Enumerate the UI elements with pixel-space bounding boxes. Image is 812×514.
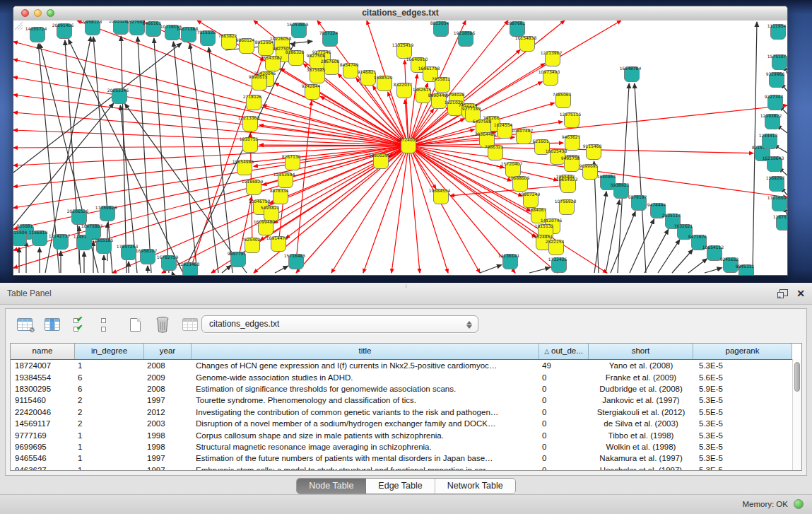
table-row[interactable]: 1872400712008Changes of HCN gene express… (11, 360, 792, 371)
tab-network-table[interactable]: Network Table (435, 479, 515, 493)
network-node[interactable]: 3675685 (307, 67, 326, 83)
network-node[interactable]: 7485063 (553, 92, 572, 108)
network-node[interactable]: 16648784 (620, 66, 642, 82)
column-header-name[interactable]: name (11, 344, 75, 359)
network-node[interactable]: 8813054 (430, 21, 449, 37)
network-node[interactable]: 9890613 (249, 74, 268, 90)
network-node[interactable]: 20891406 (52, 23, 74, 39)
tab-edge-table[interactable]: Edge Table (366, 479, 435, 493)
network-node[interactable]: 8912954 (255, 40, 274, 56)
citation-edge[interactable] (13, 43, 182, 173)
column-header-title[interactable]: title (192, 344, 539, 359)
network-node[interactable]: 8878334 (270, 188, 289, 204)
splitter-handle-icon[interactable]: ⁞ (403, 284, 409, 288)
new-file-icon[interactable] (126, 315, 144, 334)
unselect-all-icon[interactable] (98, 315, 117, 334)
table-row[interactable]: 1938455462009Genome-wide association stu… (11, 371, 792, 382)
citation-edge[interactable] (392, 146, 408, 273)
network-node[interactable]: 19166829 (242, 179, 264, 195)
show-columns-icon[interactable] (43, 315, 61, 334)
table-row[interactable]: 1456911722003Disruption of a novel membe… (11, 418, 792, 429)
network-node[interactable]: 14136141 (498, 253, 520, 269)
resize-grip-icon[interactable] (13, 21, 23, 30)
network-node[interactable]: 10688609 (508, 175, 530, 192)
network-node[interactable]: 16914479 (266, 235, 288, 252)
network-node[interactable]: 2887682 (507, 21, 526, 37)
network-node[interactable]: 16210643 (763, 156, 784, 172)
citation-edge[interactable] (630, 219, 654, 273)
citation-edge[interactable] (172, 271, 172, 273)
network-node[interactable]: 9699695 (579, 163, 599, 180)
network-node[interactable]: 19958128 (81, 21, 102, 35)
network-node[interactable]: 14055724 (25, 26, 47, 42)
network-node[interactable]: 3915904 (13, 230, 28, 246)
network-node[interactable]: 1588520 (374, 75, 393, 91)
network-table-selector[interactable]: citations_edges.txt (201, 315, 478, 333)
network-node[interactable]: 1167534 (773, 214, 787, 230)
network-node[interactable]: 17359928 (95, 205, 117, 221)
network-node[interactable]: 6879197 (628, 194, 647, 211)
network-node[interactable]: 19218586 (454, 30, 476, 47)
network-node[interactable]: 8454749 (340, 62, 359, 78)
citation-edge[interactable] (296, 101, 312, 262)
citation-edge[interactable] (138, 37, 151, 273)
network-node[interactable]: 6466161 (143, 21, 162, 37)
network-node[interactable]: 9115460 (583, 144, 602, 160)
citation-edge[interactable] (688, 259, 707, 273)
citation-edge[interactable] (13, 77, 408, 146)
network-node[interactable]: 7986322 (485, 144, 504, 160)
citation-edge[interactable] (529, 267, 550, 273)
network-node[interactable]: 12213363 (238, 115, 260, 132)
network-node[interactable]: 1733426 (548, 257, 567, 273)
table-row[interactable]: 969969511998Structural magnetic resonanc… (11, 441, 792, 452)
citation-edge[interactable] (275, 266, 288, 273)
network-node[interactable]: 7663822 (218, 33, 237, 49)
float-panel-icon[interactable] (777, 289, 788, 298)
citation-network-graph[interactable]: 1405572420891406199581281065328715276026… (13, 21, 787, 275)
select-all-icon[interactable]: ✔ ✔ (71, 315, 89, 334)
table-scrollbar[interactable] (792, 359, 801, 470)
table-row[interactable]: 977716911998Corpus callosum shape and si… (11, 429, 792, 440)
citation-edge[interactable] (208, 47, 233, 273)
column-header-in_degree[interactable]: in_degree (75, 344, 144, 359)
close-window-button[interactable] (21, 9, 29, 17)
network-node[interactable]: 1111954 (767, 23, 787, 40)
minimize-window-button[interactable] (34, 9, 42, 17)
network-node[interactable]: 17016504 (767, 195, 787, 211)
table-settings-icon[interactable]: ⚙ (16, 315, 34, 334)
citation-edge[interactable] (618, 83, 629, 273)
network-node[interactable]: 19384554 (429, 188, 451, 204)
network-node[interactable]: 5938923 (611, 182, 630, 199)
network-node[interactable]: 8322037 (394, 82, 413, 98)
column-header-pagerank[interactable]: pagerank (693, 344, 792, 359)
close-panel-icon[interactable]: ✕ (796, 283, 805, 304)
scrollbar-thumb[interactable] (794, 362, 800, 392)
table-row[interactable]: 946554611997Estimation of the future num… (11, 452, 792, 464)
network-node[interactable]: 16154838 (515, 35, 537, 52)
network-node[interactable]: 10756928 (555, 199, 577, 215)
citation-edge[interactable] (190, 44, 218, 273)
network-node[interactable]: 10973493 (539, 69, 560, 86)
citation-edge[interactable] (606, 200, 620, 273)
network-node[interactable]: 12353594 (273, 172, 295, 188)
column-header-short[interactable]: short (589, 344, 693, 359)
column-header-year[interactable]: year (144, 344, 192, 359)
network-node[interactable]: 7815526 (197, 30, 216, 46)
citation-edge[interactable] (154, 38, 169, 273)
table-row[interactable]: 2242004622012Investigating the contribut… (11, 407, 792, 418)
network-node[interactable]: 16099489 (254, 219, 276, 235)
citation-edge[interactable] (480, 265, 502, 273)
delete-icon[interactable] (153, 315, 172, 334)
network-node[interactable]: 1569297 (766, 175, 785, 192)
network-node[interactable]: 12975115 (560, 112, 582, 128)
network-node[interactable]: 7857224 (319, 30, 339, 47)
zoom-window-button[interactable] (47, 9, 54, 17)
citation-edge[interactable] (611, 211, 635, 273)
network-node[interactable]: 9857791 (228, 251, 247, 267)
network-node[interactable]: 12093822 (760, 113, 782, 129)
network-node[interactable]: 18807249 (519, 192, 541, 208)
network-node[interactable]: 16782759 (157, 255, 179, 271)
network-canvas[interactable]: 1405572420891406199581281065328715276026… (13, 21, 787, 275)
citation-edge[interactable] (13, 146, 408, 268)
table-row[interactable]: 1830029562008Estimation of significance … (11, 383, 792, 395)
